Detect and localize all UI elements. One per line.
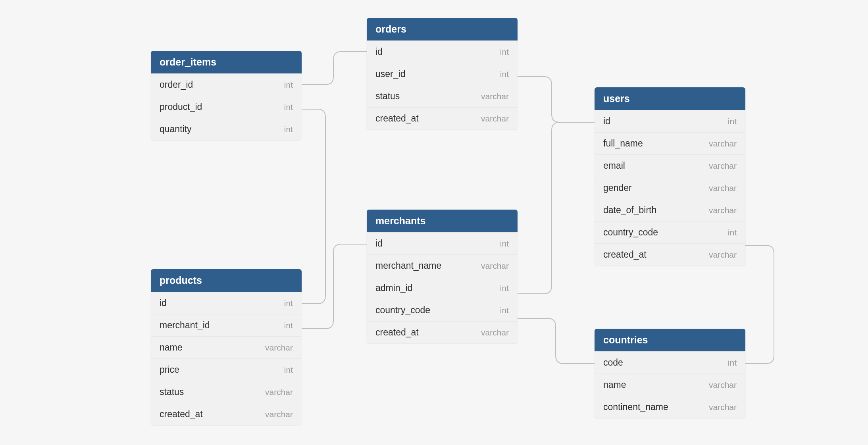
column-name: status xyxy=(375,91,400,102)
rel-merchants-users xyxy=(518,122,595,294)
column-row[interactable]: user_id int xyxy=(367,63,518,85)
column-type: varchar xyxy=(709,250,737,260)
column-row[interactable]: code int xyxy=(595,351,745,374)
table-header[interactable]: order_items xyxy=(151,51,302,73)
column-row[interactable]: name varchar xyxy=(151,336,302,358)
rel-users-countries xyxy=(745,245,774,364)
column-name: email xyxy=(603,160,625,171)
column-type: int xyxy=(500,69,509,79)
table-merchants[interactable]: merchants id int merchant_name varchar a… xyxy=(367,210,518,343)
column-row[interactable]: continent_name varchar xyxy=(595,396,745,418)
column-row[interactable]: admin_id int xyxy=(367,277,518,299)
column-type: varchar xyxy=(265,387,293,397)
column-row[interactable]: gender varchar xyxy=(595,177,745,199)
column-type: varchar xyxy=(709,206,737,215)
column-row[interactable]: status varchar xyxy=(367,85,518,107)
column-name: id xyxy=(160,298,167,308)
column-name: id xyxy=(375,46,383,57)
column-name: created_at xyxy=(160,409,203,420)
column-name: user_id xyxy=(375,69,405,79)
table-users[interactable]: users id int full_name varchar email var… xyxy=(595,87,745,266)
column-row[interactable]: merchant_name varchar xyxy=(367,254,518,277)
column-type: int xyxy=(284,102,293,112)
rel-products-merchants xyxy=(302,244,367,329)
column-type: varchar xyxy=(481,92,509,101)
column-type: int xyxy=(284,365,293,375)
column-type: int xyxy=(728,228,737,237)
column-row[interactable]: full_name varchar xyxy=(595,132,745,154)
column-type: int xyxy=(728,358,737,368)
column-name: created_at xyxy=(603,249,647,260)
column-type: varchar xyxy=(709,380,737,390)
column-name: name xyxy=(160,342,183,353)
column-row[interactable]: id int xyxy=(151,292,302,314)
column-row[interactable]: product_id int xyxy=(151,96,302,118)
rel-orders-users xyxy=(518,77,595,122)
column-type: int xyxy=(284,321,293,330)
erd-canvas[interactable]: order_items order_id int product_id int … xyxy=(0,0,868,445)
column-name: full_name xyxy=(603,138,643,149)
column-type: int xyxy=(500,47,509,57)
column-row[interactable]: name varchar xyxy=(595,374,745,396)
table-countries[interactable]: countries code int name varchar continen… xyxy=(595,329,745,418)
column-name: continent_name xyxy=(603,402,668,412)
column-name: admin_id xyxy=(375,283,412,293)
column-type: varchar xyxy=(481,328,509,337)
column-row[interactable]: created_at varchar xyxy=(595,243,745,266)
column-row[interactable]: merchant_id int xyxy=(151,314,302,336)
table-products[interactable]: products id int merchant_id int name var… xyxy=(151,269,302,425)
column-row[interactable]: created_at varchar xyxy=(367,321,518,343)
column-type: varchar xyxy=(265,343,293,353)
column-row[interactable]: created_at varchar xyxy=(151,403,302,425)
table-header[interactable]: merchants xyxy=(367,210,518,232)
column-type: int xyxy=(284,125,293,134)
column-name: id xyxy=(375,238,383,249)
column-name: order_id xyxy=(160,79,193,90)
table-orders[interactable]: orders id int user_id int status varchar… xyxy=(367,18,518,129)
column-name: merchant_id xyxy=(160,320,210,331)
column-name: gender xyxy=(603,183,632,193)
column-row[interactable]: date_of_birth varchar xyxy=(595,199,745,221)
table-header[interactable]: orders xyxy=(367,18,518,40)
column-name: merchant_name xyxy=(375,260,441,271)
column-row[interactable]: id int xyxy=(595,110,745,132)
column-name: price xyxy=(160,364,179,375)
column-type: varchar xyxy=(481,261,509,271)
column-type: int xyxy=(284,80,293,90)
column-row[interactable]: id int xyxy=(367,40,518,63)
rel-order_items-products xyxy=(302,109,325,304)
column-type: int xyxy=(284,299,293,308)
column-name: status xyxy=(160,387,184,397)
column-row[interactable]: country_code int xyxy=(595,221,745,243)
table-order_items[interactable]: order_items order_id int product_id int … xyxy=(151,51,302,140)
column-name: date_of_birth xyxy=(603,205,656,216)
column-row[interactable]: email varchar xyxy=(595,154,745,177)
column-type: varchar xyxy=(709,161,737,171)
column-type: varchar xyxy=(265,410,293,419)
column-name: country_code xyxy=(375,305,430,316)
column-row[interactable]: price int xyxy=(151,358,302,381)
column-row[interactable]: created_at varchar xyxy=(367,107,518,129)
column-row[interactable]: id int xyxy=(367,232,518,254)
column-name: country_code xyxy=(603,227,658,238)
table-header[interactable]: countries xyxy=(595,329,745,351)
column-type: int xyxy=(728,117,737,126)
table-header[interactable]: users xyxy=(595,87,745,110)
table-header[interactable]: products xyxy=(151,269,302,292)
column-name: name xyxy=(603,380,626,390)
rel-order_items-orders xyxy=(302,52,367,85)
column-name: created_at xyxy=(375,327,419,338)
column-name: quantity xyxy=(160,124,192,135)
column-type: varchar xyxy=(709,183,737,193)
column-row[interactable]: order_id int xyxy=(151,73,302,96)
column-name: product_id xyxy=(160,102,202,112)
column-name: id xyxy=(603,116,610,127)
column-row[interactable]: quantity int xyxy=(151,118,302,140)
column-type: varchar xyxy=(709,139,737,148)
column-type: int xyxy=(500,306,509,315)
column-row[interactable]: status varchar xyxy=(151,381,302,403)
column-type: varchar xyxy=(709,403,737,412)
rel-merchants-countries xyxy=(518,318,595,364)
column-row[interactable]: country_code int xyxy=(367,299,518,321)
column-type: varchar xyxy=(481,114,509,123)
